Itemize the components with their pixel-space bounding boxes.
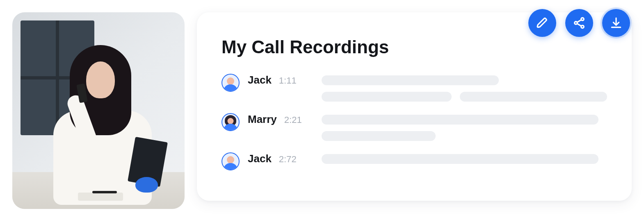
avatar: [222, 113, 240, 131]
recording-row[interactable]: Jack 2:72: [222, 152, 607, 170]
recording-row[interactable]: Jack 1:11: [222, 74, 607, 102]
avatar: [222, 152, 240, 170]
recording-name: Jack: [248, 152, 272, 165]
recording-preview: [322, 74, 607, 102]
recording-time: 2:72: [279, 154, 297, 165]
recording-time: 2:21: [284, 115, 302, 125]
recording-meta: Marry 2:21: [248, 113, 313, 126]
pencil-icon: [536, 16, 549, 29]
recording-preview: [322, 113, 607, 141]
recording-meta: Jack 1:11: [248, 74, 313, 86]
download-button[interactable]: [602, 9, 630, 37]
card-title: My Call Recordings: [222, 37, 607, 57]
app-root: My Call Recordings Jack 1:11 Marry 2:21: [0, 0, 644, 220]
recording-name: Jack: [248, 74, 272, 86]
svg-line-4: [577, 24, 581, 26]
share-button[interactable]: [565, 9, 593, 37]
recording-row[interactable]: Marry 2:21: [222, 113, 607, 141]
recording-meta: Jack 2:72: [248, 152, 313, 165]
download-icon: [610, 16, 623, 29]
edit-button[interactable]: [528, 9, 556, 37]
recording-time: 1:11: [279, 75, 297, 86]
svg-line-3: [577, 20, 581, 22]
recording-preview: [322, 152, 607, 164]
recordings-card: My Call Recordings Jack 1:11 Marry 2:21: [197, 12, 632, 201]
action-buttons: [528, 9, 630, 37]
avatar: [222, 74, 240, 92]
recording-name: Marry: [248, 113, 277, 126]
photo-scene: [12, 12, 185, 209]
share-icon: [573, 16, 586, 29]
profile-photo: [12, 12, 185, 209]
